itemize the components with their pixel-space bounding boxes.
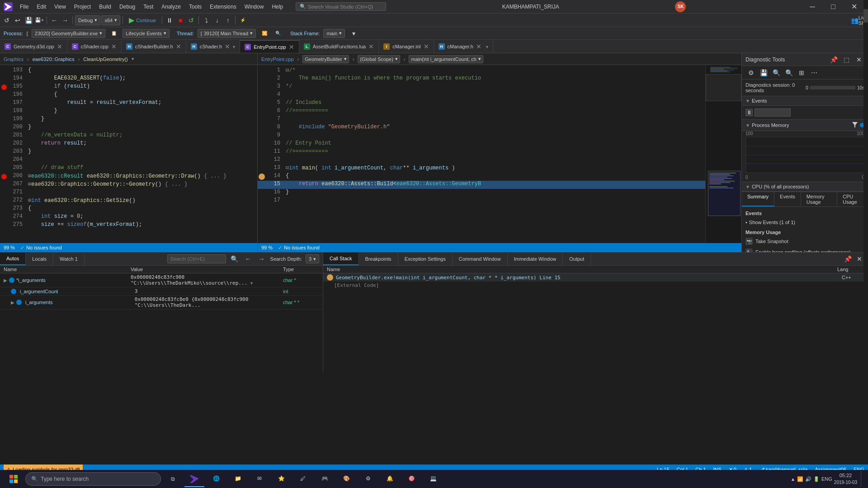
user-avatar[interactable]: SK <box>675 1 686 12</box>
callstack-close-btn[interactable]: ✕ <box>854 254 864 264</box>
stack-frame-toggle[interactable]: ▾ <box>349 28 359 38</box>
right-nav-func[interactable]: main(int i_argumentCount, ch ▾ <box>409 55 483 63</box>
menu-edit[interactable]: Edit <box>33 3 50 11</box>
autos-nav-back[interactable]: ← <box>243 254 253 264</box>
taskbar-vs-app[interactable] <box>184 471 204 487</box>
toolbar-undo[interactable]: ↩ <box>13 15 23 25</box>
autos-search-input[interactable] <box>167 254 226 263</box>
breakpoint-195[interactable] <box>1 84 7 90</box>
tab-close-assetbuild-lua[interactable]: ✕ <box>368 43 374 50</box>
menu-help[interactable]: Help <box>268 3 287 11</box>
events-section-header[interactable]: ▼ Events <box>742 96 868 106</box>
menu-extensions[interactable]: Extensions <box>206 3 240 11</box>
taskbar-search-box[interactable]: 🔍 Type here to search <box>25 472 161 486</box>
vs-search-box[interactable]: 🔍 Search Visual Studio (Ctrl+Q) <box>296 2 386 11</box>
taskbar-computer-app[interactable]: 💻 <box>423 471 443 487</box>
taskbar-edge-app[interactable]: 🌐 <box>206 471 226 487</box>
tab-callstack[interactable]: Call Stack <box>323 253 359 265</box>
toolbar-step-into[interactable]: ↓ <box>212 15 222 25</box>
left-nav-chevron[interactable]: ▾ <box>132 56 134 62</box>
autos-search-btn[interactable]: 🔍 <box>230 254 240 264</box>
diag-close-btn[interactable]: ✕ <box>854 54 864 65</box>
taskbar-star-app[interactable]: ⭐ <box>271 471 291 487</box>
diag-float-btn[interactable]: ⬚ <box>841 54 852 65</box>
search-depth-dropdown[interactable]: 3 ▾ <box>306 254 319 263</box>
right-nav-scope[interactable]: GeometryBuilder ▾ <box>302 55 349 63</box>
events-text-input[interactable] <box>755 108 791 117</box>
tab-breakpoints[interactable]: Breakpoints <box>359 253 398 265</box>
menu-debug[interactable]: Debug <box>116 3 139 11</box>
taskbar-paint-app[interactable]: 🎨 <box>336 471 356 487</box>
menu-view[interactable]: View <box>51 3 70 11</box>
tab-cshader-cpp[interactable]: C cShader.cpp ✕ <box>67 40 122 53</box>
diag-settings-btn[interactable]: ⚙ <box>745 67 756 78</box>
diag-tab-memory[interactable]: Memory Usage <box>801 192 837 206</box>
tab-output[interactable]: Output <box>563 253 591 265</box>
left-nav-method[interactable]: CleanUpGeometry() <box>83 56 127 62</box>
tab-dropdown-arrow[interactable]: ▾ <box>233 44 235 49</box>
tab-close-cmanager-h[interactable]: ✕ <box>476 43 481 50</box>
left-nav-class[interactable]: eae6320::Graphics <box>33 56 75 62</box>
platform-dropdown[interactable]: x64 ▾ <box>101 15 120 25</box>
expand-icon-3[interactable]: ▶ <box>11 300 14 305</box>
diag-tab-summary[interactable]: Summary <box>742 192 774 206</box>
tab-locals[interactable]: Locals <box>26 253 53 265</box>
tray-lang[interactable]: ENG <box>821 476 832 482</box>
diag-filter-btn[interactable]: ⊞ <box>796 67 807 78</box>
toolbar-save-all[interactable]: 💾+ <box>34 15 44 25</box>
diag-zoom-out-btn[interactable]: 🔍 <box>783 67 794 78</box>
right-nav-file[interactable]: EntryPoint.cpp <box>261 56 294 62</box>
minimize-button[interactable]: ─ <box>802 0 823 14</box>
taskbar-store-app[interactable]: 🎯 <box>401 471 421 487</box>
maximize-button[interactable]: □ <box>823 0 844 14</box>
diag-pin-btn[interactable]: 📌 <box>828 54 839 65</box>
diag-more-btn[interactable]: ⋯ <box>809 67 820 78</box>
menu-test[interactable]: Test <box>140 3 157 11</box>
take-snapshot-btn[interactable]: 📷 Take Snapshot <box>745 237 864 246</box>
left-nav-file[interactable]: Graphics <box>4 56 24 62</box>
tab-close-geometry-d3d[interactable]: ✕ <box>57 43 62 50</box>
diag-tab-events[interactable]: Events <box>774 192 801 206</box>
autos-nav-fwd[interactable]: → <box>257 254 267 264</box>
value-expand-icon[interactable]: ▾ <box>250 281 253 286</box>
debug-mode-dropdown[interactable]: Debug ▾ <box>75 15 100 25</box>
taskbar-game-app[interactable]: 🎮 <box>315 471 335 487</box>
tray-network-icon[interactable]: 📶 <box>797 476 803 482</box>
tab-command-window[interactable]: Command Window <box>453 253 508 265</box>
tab-close-cmanager-inl[interactable]: ✕ <box>424 43 429 50</box>
diag-scroll-thumb[interactable] <box>863 9 868 23</box>
process-memory-header[interactable]: ▼ Process Memory <box>742 120 868 131</box>
menu-tools[interactable]: Tools <box>185 3 205 11</box>
taskbar-pen-app[interactable]: 🖊 <box>293 471 313 487</box>
process-dropdown[interactable]: 23020] GeometryBuilder.exe ▾ <box>32 29 105 38</box>
tab-close-cshader-cpp[interactable]: ✕ <box>111 43 117 50</box>
menu-file[interactable]: File <box>16 3 32 11</box>
menu-build[interactable]: Build <box>95 3 115 11</box>
toolbar-new[interactable]: ↺ <box>2 15 12 25</box>
tab-close-cshader-h[interactable]: ✕ <box>225 43 230 50</box>
start-button[interactable] <box>4 471 24 487</box>
thread-filter[interactable]: 🔍 <box>273 28 283 38</box>
right-code-area[interactable]: 1 ⊟/* 2 The main() function is where the… <box>258 65 705 243</box>
lifecycle-events-toggle[interactable]: 📋 <box>109 28 119 38</box>
taskbar-clock[interactable]: 05:22 2019-10-03 <box>834 472 857 485</box>
toolbar-back[interactable]: ← <box>49 15 59 25</box>
enable-heap-btn[interactable]: 🔧 Enable heap profiling (affects perform… <box>745 248 864 252</box>
tab-close-entrypoint-cpp[interactable]: ✕ <box>289 43 294 51</box>
toolbar-save[interactable]: 💾 <box>24 15 33 25</box>
tray-up-arrow[interactable]: ▲ <box>791 477 795 482</box>
cpu-section-header[interactable]: ▼ CPU (% of all processors) <box>742 182 868 192</box>
toolbar-stop[interactable]: ■ <box>175 15 185 25</box>
tab-entrypoint-cpp[interactable]: C EntryPoint.cpp ✕ <box>240 40 299 53</box>
tab-close-cshaderbuilder-h[interactable]: ✕ <box>176 43 181 50</box>
taskbar-explorer-app[interactable]: 📁 <box>228 471 248 487</box>
show-desktop-btn[interactable] <box>861 471 864 487</box>
left-code-area[interactable]: 193 { 194 EAE6320_ASSERT(false); 195 if … <box>0 65 257 243</box>
tray-battery-icon[interactable]: 🔋 <box>813 476 820 482</box>
toolbar-restart[interactable]: ↺ <box>186 15 196 25</box>
toolbar-forward[interactable]: → <box>60 15 70 25</box>
menu-analyze[interactable]: Analyze <box>158 3 184 11</box>
menu-window[interactable]: Window <box>241 3 268 11</box>
toolbar-step-out[interactable]: ↑ <box>223 15 233 25</box>
stack-frame-dropdown[interactable]: main ▾ <box>323 29 345 38</box>
